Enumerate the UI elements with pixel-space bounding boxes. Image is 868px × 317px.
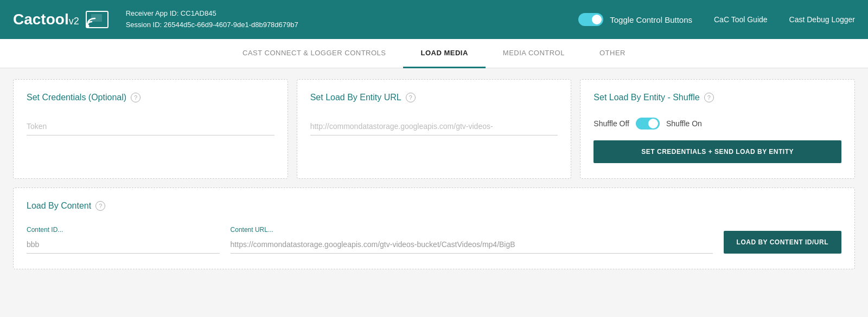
content-url-label: Content URL... bbox=[231, 226, 713, 234]
tab-other[interactable]: OTHER bbox=[582, 39, 643, 68]
shuffle-off-label: Shuffle Off bbox=[593, 119, 629, 128]
svg-rect-2 bbox=[91, 14, 102, 22]
load-by-content-button[interactable]: LOAD BY CONTENT ID/URL bbox=[724, 231, 841, 254]
set-credentials-send-load-entity-button[interactable]: SET CREDENTIALS + SEND LOAD BY ENTITY bbox=[593, 140, 841, 163]
set-credentials-card: Set Credentials (Optional) ? bbox=[13, 79, 288, 179]
content-id-input[interactable] bbox=[27, 236, 220, 254]
shuffle-on-label: Shuffle On bbox=[666, 119, 702, 128]
tabs-bar: CAST CONNECT & LOGGER CONTROLS LOAD MEDI… bbox=[0, 39, 868, 68]
receiver-app-id: Receiver App ID: CC1AD845 bbox=[126, 8, 579, 20]
toggle-control-buttons[interactable] bbox=[578, 13, 603, 26]
session-id: Session ID: 26544d5c-66d9-4607-9de1-d8b9… bbox=[126, 20, 579, 31]
app-name: Cactool bbox=[13, 11, 69, 28]
logo-text: Cactoolv2 bbox=[13, 11, 79, 28]
toggle-label: Toggle Control Buttons bbox=[610, 15, 692, 24]
content-url-input[interactable] bbox=[231, 236, 713, 254]
nav-guide-link[interactable]: CaC Tool Guide bbox=[714, 15, 768, 24]
toggle-area: Toggle Control Buttons bbox=[578, 13, 692, 26]
logo-area: Cactoolv2 bbox=[13, 11, 108, 28]
token-input[interactable] bbox=[27, 118, 275, 135]
shuffle-toggle-row: Shuffle Off Shuffle On bbox=[593, 118, 841, 130]
content-id-label: Content ID... bbox=[27, 226, 220, 234]
header-nav: CaC Tool Guide Cast Debug Logger bbox=[714, 15, 855, 24]
svg-point-1 bbox=[86, 25, 89, 28]
set-load-entity-url-label: Set Load By Entity URL bbox=[310, 93, 401, 102]
set-load-entity-shuffle-label: Set Load By Entity - Shuffle bbox=[593, 93, 699, 102]
load-by-content-title: Load By Content ? bbox=[27, 201, 841, 211]
content-url-group: Content URL... bbox=[231, 226, 713, 254]
content-id-group: Content ID... bbox=[27, 226, 220, 254]
tab-media-control[interactable]: MEDIA CONTROL bbox=[486, 39, 582, 68]
entity-url-input[interactable] bbox=[310, 118, 558, 135]
set-load-entity-shuffle-title: Set Load By Entity - Shuffle ? bbox=[593, 93, 841, 102]
set-credentials-title: Set Credentials (Optional) ? bbox=[27, 93, 275, 102]
main-content: Set Credentials (Optional) ? Set Load By… bbox=[0, 68, 868, 280]
set-load-entity-shuffle-card: Set Load By Entity - Shuffle ? Shuffle O… bbox=[580, 79, 855, 179]
set-load-entity-shuffle-help-icon[interactable]: ? bbox=[704, 93, 714, 102]
set-load-entity-url-card: Set Load By Entity URL ? bbox=[297, 79, 572, 179]
load-by-content-help-icon[interactable]: ? bbox=[95, 201, 105, 211]
set-load-entity-url-help-icon[interactable]: ? bbox=[406, 93, 416, 102]
nav-logger-link[interactable]: Cast Debug Logger bbox=[789, 15, 855, 24]
shuffle-toggle[interactable] bbox=[636, 118, 660, 130]
set-load-entity-url-title: Set Load By Entity URL ? bbox=[310, 93, 558, 102]
set-credentials-label: Set Credentials (Optional) bbox=[27, 93, 126, 102]
load-by-content-card: Load By Content ? Content ID... Content … bbox=[13, 187, 855, 269]
set-credentials-help-icon[interactable]: ? bbox=[131, 93, 141, 102]
top-card-row: Set Credentials (Optional) ? Set Load By… bbox=[13, 79, 855, 179]
app-version: v2 bbox=[69, 16, 79, 27]
cast-icon bbox=[86, 11, 108, 28]
load-content-row: Content ID... Content URL... LOAD BY CON… bbox=[27, 226, 841, 254]
tab-cast-connect[interactable]: CAST CONNECT & LOGGER CONTROLS bbox=[225, 39, 403, 68]
app-header: Cactoolv2 Receiver App ID: CC1AD845 Sess… bbox=[0, 0, 868, 39]
tab-load-media[interactable]: LOAD MEDIA bbox=[403, 39, 485, 68]
header-info: Receiver App ID: CC1AD845 Session ID: 26… bbox=[126, 8, 579, 31]
load-by-content-label: Load By Content bbox=[27, 201, 91, 211]
